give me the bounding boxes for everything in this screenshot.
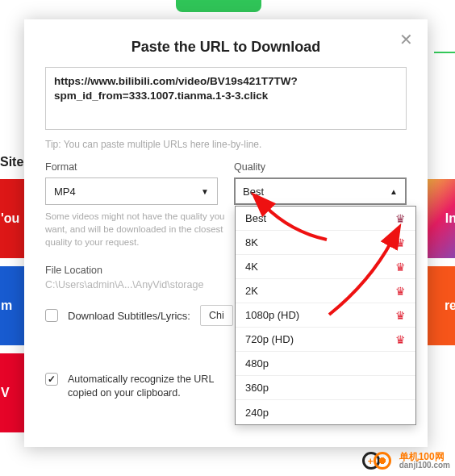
format-label: Format xyxy=(45,161,218,173)
format-note: Some videos might not have the quality y… xyxy=(45,210,231,248)
quality-option-label: 480p xyxy=(245,357,269,370)
chevron-up-icon: ▲ xyxy=(390,187,398,196)
format-column: Format MP4 ▼ xyxy=(45,161,218,205)
format-select[interactable]: MP4 ▼ xyxy=(45,177,218,205)
crown-icon: ♛ xyxy=(395,333,406,346)
quality-option-label: 240p xyxy=(245,407,269,419)
quality-option-label: 1080p (HD) xyxy=(245,309,299,321)
bg-green-button xyxy=(176,0,261,12)
quality-option-label: 720p (HD) xyxy=(245,333,294,345)
subtitles-checkbox[interactable] xyxy=(45,309,58,322)
subtitles-language-button[interactable]: Chi xyxy=(200,305,233,326)
quality-label: Quality xyxy=(234,161,407,173)
annotation-arrow-2 xyxy=(313,226,410,325)
subtitles-label: Download Subtitles/Lyrics: xyxy=(68,310,190,322)
bg-tile-instagram: In xyxy=(426,179,455,258)
watermark-logo-icon: + xyxy=(362,450,394,471)
quality-option-label: 4K xyxy=(245,261,258,273)
quality-option-label: 8K xyxy=(245,236,258,248)
auto-recognize-label: Automatically recognize the URL copied o… xyxy=(68,373,221,399)
bg-accent-line xyxy=(434,52,455,53)
bg-tile-reddit: re xyxy=(426,266,455,345)
quality-option[interactable]: 360p xyxy=(236,376,415,400)
quality-option-label: 360p xyxy=(245,382,269,394)
quality-option[interactable]: 480p xyxy=(236,352,415,376)
format-value: MP4 xyxy=(54,186,76,198)
quality-option[interactable]: 720p (HD)♛ xyxy=(236,328,415,352)
dialog-title: Paste the URL to Download xyxy=(45,39,407,56)
quality-column: Quality Best ▲ Best♛8K♛4K♛2K♛1080p (HD)♛… xyxy=(234,161,407,205)
chevron-down-icon: ▼ xyxy=(201,187,209,196)
url-hint: Tip: You can paste multiple URLs here li… xyxy=(45,139,407,150)
quality-option[interactable]: 240p xyxy=(236,400,415,424)
watermark: + 单机100网 danji100.com xyxy=(362,450,450,471)
quality-option-label: 2K xyxy=(245,285,258,297)
auto-recognize-checkbox[interactable] xyxy=(45,373,58,386)
crown-icon: ♛ xyxy=(395,212,406,225)
watermark-en: danji100.com xyxy=(399,461,450,470)
quality-value: Best xyxy=(243,186,264,198)
close-icon[interactable]: ✕ xyxy=(397,31,415,48)
url-input[interactable] xyxy=(45,67,407,130)
